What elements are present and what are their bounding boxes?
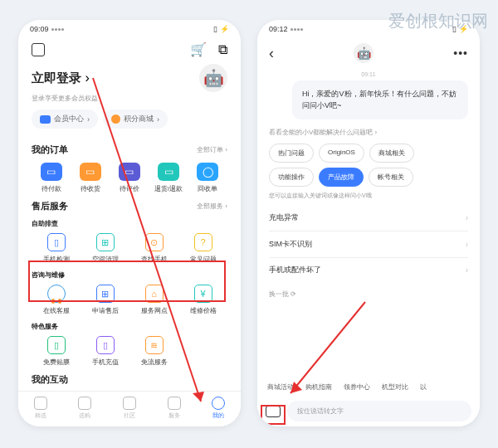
chip-originos[interactable]: OriginOS: [319, 144, 364, 163]
login-arrow: ›: [85, 71, 89, 85]
self-check-title: 自助排查: [32, 219, 227, 228]
status-time: 09:09: [30, 25, 49, 33]
greeting-bubble: Hi，亲爱的V粉，新年快乐！有什么问题，不妨问问小V吧~: [292, 80, 468, 119]
phone-check[interactable]: ▯手机检测: [32, 233, 81, 264]
free-data[interactable]: ≋免流服务: [129, 336, 178, 367]
faq-sim[interactable]: SIM卡不识别›: [257, 231, 480, 257]
keyboard-icon[interactable]: [266, 406, 281, 417]
back-button[interactable]: ‹: [269, 45, 274, 62]
chip-product-fault[interactable]: 产品故障: [319, 168, 364, 187]
category-scroll[interactable]: 商城活动 购机指南 领券中心 机型对比 以: [257, 377, 480, 397]
scan-icon[interactable]: ⧉: [218, 42, 227, 57]
form-icon: ⊞: [96, 285, 115, 303]
chip-hint: 您可以直接输入关键词或像这样问小V哦: [257, 192, 480, 200]
recycle-icon: ◯: [197, 163, 218, 181]
nav-shop[interactable]: 选购: [78, 397, 91, 420]
order-recycle[interactable]: ◯回收单: [189, 163, 226, 193]
orders-title: 我的订单: [32, 144, 68, 156]
wallet-icon: ▭: [41, 163, 62, 181]
chip-account[interactable]: 帐号相关: [369, 168, 413, 187]
phone-icon: ▯: [47, 233, 66, 251]
aftersales-link[interactable]: 全部服务 ›: [197, 202, 227, 211]
order-pending-pay[interactable]: ▭待付款: [33, 163, 70, 193]
cat-more[interactable]: 以: [420, 382, 427, 392]
diamond-icon: [40, 115, 51, 124]
status-time: 09:12: [269, 25, 288, 33]
cat-mall-activity[interactable]: 商城活动: [267, 382, 294, 392]
help-prompt[interactable]: 看看全能的小V都能解决什么问题吧 ›: [257, 128, 480, 137]
status-bar: 09:12 ▯ ⚡: [257, 20, 480, 38]
settings-icon[interactable]: [32, 43, 45, 56]
phone-recharge[interactable]: ▯手机充值: [81, 336, 129, 367]
refund-icon: ▭: [158, 163, 179, 181]
data-icon: ≋: [145, 336, 164, 354]
nav-service[interactable]: 服务: [168, 397, 181, 420]
free-film[interactable]: ▯免费贴膜: [32, 336, 81, 367]
interact-title: 我的互动: [32, 373, 68, 386]
special-title: 特色服务: [32, 322, 227, 331]
truck-icon: ▭: [80, 163, 101, 181]
heart-icon: [34, 397, 47, 410]
aftersales-title: 售后服务: [32, 200, 68, 212]
login-subtitle: 登录享受更多会员权益: [18, 92, 241, 110]
chevron-right-icon: ›: [466, 265, 468, 275]
consult-title: 咨询与维修: [32, 270, 227, 280]
nav-community[interactable]: 社区: [123, 397, 136, 420]
cat-buy-guide[interactable]: 购机指南: [305, 382, 332, 392]
coin-icon: [111, 114, 120, 124]
phone-left: 09:09 ▯ ⚡ 🛒 ⧉ 立即登录 › 🤖 登录享受更多会员权益 会员中心: [18, 20, 241, 426]
login-title[interactable]: 立即登录: [32, 71, 81, 85]
cat-compare[interactable]: 机型对比: [382, 382, 408, 392]
order-pending-review[interactable]: ▭待评价: [111, 163, 148, 193]
film-icon: ▯: [47, 336, 66, 354]
chip-mall[interactable]: 商城相关: [369, 144, 414, 163]
community-icon: [123, 397, 136, 410]
nav-featured[interactable]: 精选: [34, 397, 47, 420]
points-mall-label: 积分商城: [124, 114, 154, 124]
service-point[interactable]: ⌂服务网点: [129, 285, 178, 315]
find-phone[interactable]: ⊙查找手机: [129, 233, 178, 264]
recharge-icon: ▯: [96, 336, 115, 354]
chip-hot[interactable]: 热门问题: [269, 144, 314, 163]
more-button[interactable]: •••: [453, 46, 468, 60]
user-icon: [212, 397, 225, 410]
shield-icon: [168, 397, 181, 410]
status-icons: ▯ ⚡: [213, 25, 229, 33]
online-service[interactable]: 在线客服: [32, 285, 81, 315]
faq[interactable]: ?常见问题: [178, 233, 227, 264]
price-icon: ¥: [194, 285, 212, 303]
refresh-button[interactable]: 换一批 ⟳: [257, 283, 480, 305]
headset-icon: [47, 285, 66, 303]
chevron-right-icon: ›: [466, 213, 468, 222]
status-icons: ▯ ⚡: [452, 25, 468, 33]
location-icon: ⌂: [145, 285, 164, 303]
locate-icon: ⊙: [145, 233, 164, 251]
points-mall-pill[interactable]: 积分商城 ›: [103, 110, 168, 129]
member-center-label: 会员中心: [54, 114, 84, 124]
orders-link[interactable]: 全部订单 ›: [197, 145, 227, 154]
bottom-nav: 精选 选购 社区 服务 我的: [18, 391, 241, 426]
repair-price[interactable]: ¥维修价格: [178, 285, 227, 315]
voice-input[interactable]: 按住说话转文字: [287, 401, 471, 421]
order-pending-receive[interactable]: ▭待收货: [72, 163, 109, 193]
avatar[interactable]: 🤖: [199, 64, 227, 92]
chat-timestamp: 09:11: [257, 71, 480, 77]
cart-icon[interactable]: 🛒: [190, 41, 207, 57]
phone-right: 09:12 ▯ ⚡ ‹ 🤖 ••• 09:11 Hi，亲爱的V粉，新年快乐！有什…: [257, 20, 480, 426]
status-bar: 09:09 ▯ ⚡: [18, 20, 241, 38]
bag-icon: [78, 397, 91, 410]
faq-charge[interactable]: 充电异常›: [257, 205, 480, 231]
order-refund[interactable]: ▭退货/退款: [150, 163, 187, 193]
nav-mine[interactable]: 我的: [212, 397, 225, 420]
clean-icon: ⊞: [96, 233, 115, 251]
chevron-right-icon: ›: [466, 240, 468, 249]
question-icon: ?: [194, 233, 212, 251]
chat-icon: ▭: [119, 163, 140, 181]
apply-aftersales[interactable]: ⊞申请售后: [81, 285, 129, 315]
space-clean[interactable]: ⊞空间清理: [81, 233, 129, 264]
chip-function[interactable]: 功能操作: [269, 168, 314, 187]
bot-avatar: 🤖: [354, 43, 374, 63]
member-center-pill[interactable]: 会员中心 ›: [32, 110, 98, 129]
cat-coupon[interactable]: 领券中心: [344, 382, 370, 392]
faq-broken[interactable]: 手机或配件坏了›: [257, 257, 480, 283]
